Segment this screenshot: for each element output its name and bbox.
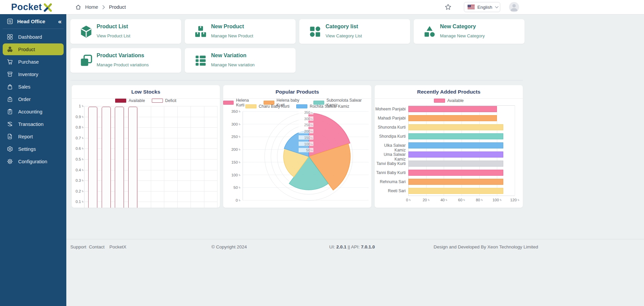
footer-copyright: © Copyright 2024 <box>211 244 247 249</box>
legend-item-available[interactable]: Available <box>434 98 464 103</box>
svg-text:0 ৳: 0 ৳ <box>236 198 241 202</box>
bar-label: Shondipa Kurti <box>375 134 406 139</box>
bar-label: Ulka Salwar Kamiz <box>375 143 406 152</box>
footer-link-pocketx[interactable]: PocketX <box>109 244 126 249</box>
sidebar-item-sales[interactable]: Sales <box>3 81 64 93</box>
card-new-product[interactable]: New ProductManage New Product <box>185 19 296 44</box>
sidebar-item-label: Order <box>18 97 31 102</box>
chevron-down-icon <box>495 6 499 8</box>
sales-icon <box>7 83 13 90</box>
card-product-list[interactable]: Product ListView Product List <box>70 19 181 44</box>
svg-text:250 ৳: 250 ৳ <box>231 135 240 139</box>
card-new-variation[interactable]: New VariationManage New variation <box>185 48 296 73</box>
footer-link-contact[interactable]: Contact <box>89 244 105 249</box>
gridline-v <box>111 106 111 208</box>
configuration-icon <box>7 158 13 165</box>
y-tick: 0.3 ৳ <box>72 178 83 183</box>
sidebar-item-configuration[interactable]: Configuration <box>3 156 64 167</box>
card-new-category[interactable]: New CategoryManage New Category <box>414 19 524 44</box>
legend-swatch <box>245 104 257 108</box>
language-label: English <box>477 5 492 10</box>
deficit-bar <box>102 107 111 208</box>
low-stocks-chart: 1 ৳0.9 ৳0.8 ৳0.7 ৳0.6 ৳0.5 ৳0.4 ৳0.3 ৳0.… <box>72 104 220 208</box>
language-selector[interactable]: English <box>464 2 500 12</box>
recently-added-title: Recently Added Products <box>375 85 523 99</box>
office-icon <box>7 18 13 25</box>
logo-text: Pocket <box>11 2 42 12</box>
sidebar-item-label: Product <box>18 47 35 52</box>
breadcrumb-current: Product <box>109 4 126 10</box>
low-stocks-card: Low Stocks AvailableDeficit 1 ৳0.9 ৳0.8 … <box>72 85 220 208</box>
card-subtitle: Manage New variation <box>211 62 255 67</box>
svg-text:50 ৳: 50 ৳ <box>234 185 241 190</box>
footer-design-credit[interactable]: Design and Developed By Xeon Technology … <box>434 244 538 249</box>
legend-item-deficit[interactable]: Deficit <box>152 98 176 103</box>
sidebar-item-label: Dashboard <box>18 34 42 40</box>
card-title: Product List <box>97 24 128 30</box>
card-product-variations[interactable]: Product VariationsManage Product variati… <box>70 48 181 73</box>
y-tick: 0.9 ৳ <box>72 115 83 119</box>
home-icon[interactable] <box>75 4 81 10</box>
section-divider <box>70 80 523 80</box>
breadcrumb-home[interactable]: Home <box>85 4 98 10</box>
bar-label: Tanni Baby Kurti <box>375 170 406 175</box>
sidebar-item-product[interactable]: Product <box>3 43 64 55</box>
sidebar-collapse-icon[interactable]: « <box>57 18 62 25</box>
svg-text:100 ৳: 100 ৳ <box>304 142 313 146</box>
accounting-icon <box>7 108 13 115</box>
recently-added-card: Recently Added Products Available 0 ৳20 … <box>375 85 523 208</box>
sidebar-item-dashboard[interactable]: Dashboard <box>3 31 64 43</box>
footer: Support Contact PocketX © Copyright 2024… <box>66 239 644 259</box>
bar-reeti-sari <box>408 188 503 194</box>
svg-text:300 ৳: 300 ৳ <box>231 122 240 126</box>
settings-icon <box>7 146 13 152</box>
card-category-list[interactable]: Category listView Category List <box>299 19 410 44</box>
gridline-v <box>217 106 217 208</box>
order-icon <box>7 96 13 102</box>
legend-label: Deficit <box>165 98 176 103</box>
polar-chart-canvas: 350 ৳300 ৳250 ৳200 ৳150 ৳100 ৳50 ৳0 ৳350… <box>223 109 371 208</box>
shortcut-cards: Product ListView Product ListNew Product… <box>70 19 524 73</box>
favorite-star-icon[interactable] <box>444 3 452 11</box>
sidebar: Head Office « DashboardProductPurchaseIn… <box>0 14 66 306</box>
bar-label: Rehnuma Sari <box>375 179 406 184</box>
plot-top-line <box>408 105 515 106</box>
y-tick: 0.4 ৳ <box>72 168 83 172</box>
bar-label: Reeti Sari <box>375 189 406 193</box>
office-selector[interactable]: Head Office « <box>0 14 66 28</box>
low-stocks-title: Low Stocks <box>72 85 220 99</box>
gridline-v <box>191 106 191 208</box>
legend-item-available[interactable]: Available <box>115 98 145 103</box>
cube-icon <box>79 25 93 39</box>
gridline-v <box>124 106 125 208</box>
sidebar-item-transaction[interactable]: Transaction <box>3 118 64 130</box>
deficit-bar <box>128 107 137 208</box>
gridline-v <box>177 106 178 208</box>
report-icon <box>7 133 13 140</box>
sidebar-item-accounting[interactable]: Accounting <box>3 106 64 117</box>
bar-label: Uma Salwar Kamiz <box>375 152 406 162</box>
sidebar-item-order[interactable]: Order <box>3 93 64 105</box>
sidebar-item-label: Configuration <box>18 159 47 164</box>
legend-item-rochita-salwar-kamiz[interactable]: Rochita Salwar Kamiz <box>296 104 349 109</box>
legend-swatch <box>434 99 445 103</box>
footer-link-support[interactable]: Support <box>70 244 86 249</box>
sidebar-item-inventory[interactable]: Inventory <box>3 68 64 80</box>
sidebar-item-purchase[interactable]: Purchase <box>3 56 64 68</box>
y-tick: 1 ৳ <box>72 104 83 108</box>
svg-text:200 ৳: 200 ৳ <box>231 147 240 151</box>
card-title: New Category <box>440 24 476 30</box>
legend-swatch <box>115 99 126 103</box>
app-logo[interactable]: Pocket <box>11 2 53 12</box>
logo-x-icon <box>43 2 53 12</box>
sidebar-item-report[interactable]: Report <box>3 131 64 142</box>
transaction-icon <box>7 121 13 127</box>
x-tick: 0 ৳ <box>400 198 417 202</box>
bar-shunonda-kurti <box>408 124 503 130</box>
sidebar-item-settings[interactable]: Settings <box>3 143 64 155</box>
user-avatar[interactable] <box>509 2 519 12</box>
legend-item-charu-baby-kurti[interactable]: Charu Baby Kurti <box>245 104 290 109</box>
main-content: Product ListView Product ListNew Product… <box>66 14 644 306</box>
y-tick: 0.6 ৳ <box>72 146 83 151</box>
legend-label: Available <box>447 98 464 103</box>
